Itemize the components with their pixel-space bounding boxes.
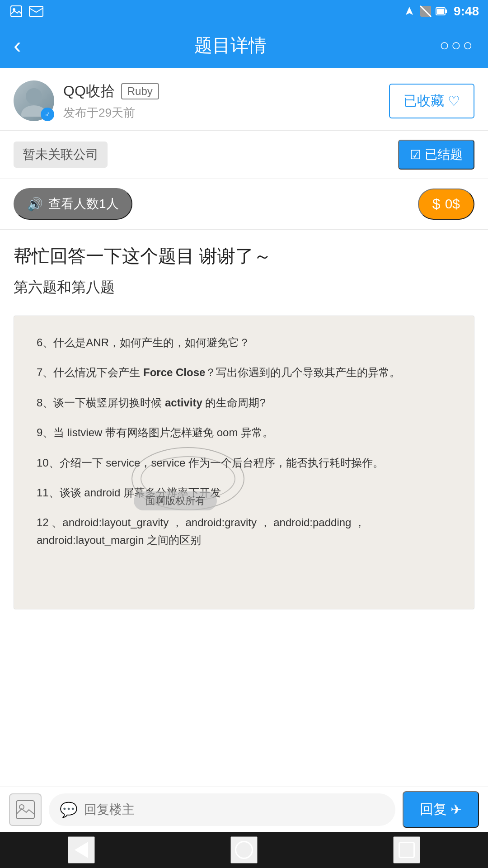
status-icons-left — [9, 4, 43, 19]
nav-recents-button[interactable] — [393, 836, 420, 863]
signal-group — [403, 5, 448, 18]
view-count-button[interactable]: 🔊 查看人数1人 — [14, 188, 132, 220]
main-content: ♂ QQ收拾 Ruby 发布于29天前 已收藏 ♡ 暂未关联公司 ☑ 已结题 🔊… — [0, 68, 488, 787]
svg-point-1 — [13, 8, 15, 11]
home-circle-icon — [235, 841, 253, 859]
nav-home-button[interactable] — [230, 836, 258, 863]
svg-rect-8 — [437, 9, 444, 14]
reply-input-area: 💬 — [49, 793, 395, 826]
exam-line-12: 12 、android:layout_gravity ， android:gra… — [37, 514, 451, 549]
send-icon: ✈ — [450, 802, 462, 817]
exam-line-10: 10、介绍一下 service，service 作为一个后台程序，能否执行耗时操… — [37, 454, 451, 472]
reply-input[interactable] — [84, 802, 385, 817]
back-button[interactable]: ‹ — [14, 34, 21, 57]
reply-bubble-icon: 💬 — [60, 801, 78, 818]
stats-row: 🔊 查看人数1人 $ 0$ — [0, 179, 488, 230]
mail-icon — [29, 4, 43, 19]
status-bar: 9:48 — [0, 0, 488, 23]
exam-line-7: 7、什么情况下会产生 Force Close？写出你遇到的几个导致其产生的异常。 — [37, 364, 451, 381]
header: ‹ 题目详情 ○○○ — [0, 23, 488, 68]
svg-rect-3 — [408, 14, 410, 16]
question-image: 6、什么是ANR，如何产生的，如何避免它？ 7、什么情况下会产生 Force C… — [14, 316, 474, 609]
question-subtitle: 第六题和第八题 — [14, 278, 474, 297]
ruby-badge: Ruby — [121, 83, 159, 99]
svg-rect-11 — [16, 801, 34, 819]
gender-badge: ♂ — [41, 108, 54, 121]
reward-coin-icon: $ — [432, 196, 441, 212]
question-title: 帮忙回答一下这个题目 谢谢了～ — [14, 243, 474, 269]
exam-line-6: 6、什么是ANR，如何产生的，如何避免它？ — [37, 334, 451, 351]
reply-image-button[interactable] — [9, 793, 42, 826]
user-info: QQ收拾 Ruby 发布于29天前 — [63, 81, 159, 121]
page-title: 题目详情 — [21, 33, 440, 58]
reply-bar: 💬 回复 ✈ — [0, 787, 488, 832]
user-name-row: QQ收拾 Ruby — [63, 81, 159, 101]
exam-content: 6、什么是ANR，如何产生的，如何避免它？ 7、什么情况下会产生 Force C… — [14, 316, 474, 609]
meta-row: 暂未关联公司 ☑ 已结题 — [0, 131, 488, 179]
status-right: 9:48 — [403, 4, 479, 19]
reply-button[interactable]: 回复 ✈ — [403, 791, 479, 828]
recents-square-icon — [399, 842, 415, 858]
exam-line-9: 9、当 listview 带有网络图片怎样避免 oom 异常。 — [37, 424, 451, 441]
username: QQ收拾 — [63, 81, 115, 101]
resolved-check-icon: ☑ — [410, 147, 421, 162]
avatar-wrap: ♂ — [14, 80, 54, 121]
image-attach-icon — [15, 800, 35, 820]
svg-point-9 — [26, 88, 42, 104]
company-tag: 暂未关联公司 — [14, 142, 108, 168]
collect-button[interactable]: 已收藏 ♡ — [389, 84, 474, 118]
reward-button[interactable]: $ 0$ — [418, 189, 474, 220]
exam-line-8: 8、谈一下横竖屏切换时候 activity 的生命周期? — [37, 394, 451, 411]
image-icon — [9, 4, 23, 19]
svg-rect-7 — [445, 9, 447, 13]
user-section: ♂ QQ收拾 Ruby 发布于29天前 已收藏 ♡ — [0, 68, 488, 131]
question-body: 帮忙回答一下这个题目 谢谢了～ 第六题和第八题 — [0, 230, 488, 316]
watermark-text: 面啊版权所有 — [134, 491, 217, 510]
more-button[interactable]: ○○○ — [440, 36, 474, 55]
back-triangle-icon — [75, 842, 88, 858]
svg-rect-2 — [29, 6, 43, 16]
nav-bar — [0, 832, 488, 868]
clock: 9:48 — [454, 4, 479, 19]
exam-line-11: 11、谈谈 android 屏幕多分辨率下开发 — [37, 484, 451, 501]
post-time: 发布于29天前 — [63, 105, 159, 121]
resolved-button[interactable]: ☑ 已结题 — [398, 140, 474, 170]
speaker-icon: 🔊 — [27, 197, 43, 212]
svg-rect-0 — [11, 6, 22, 17]
user-left: ♂ QQ收拾 Ruby 发布于29天前 — [14, 80, 159, 121]
nav-back-button[interactable] — [68, 836, 95, 863]
